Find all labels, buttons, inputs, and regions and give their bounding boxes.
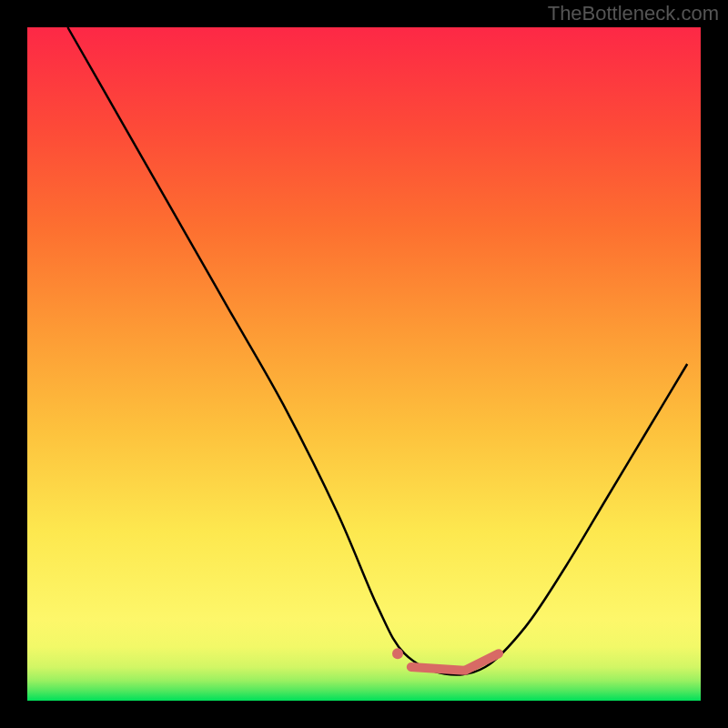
frame-left xyxy=(0,0,27,728)
watermark-text: TheBottleneck.com xyxy=(548,2,719,25)
plot-background xyxy=(27,27,701,701)
bottleneck-chart xyxy=(0,0,728,728)
optimal-marker-dot xyxy=(392,648,403,659)
chart-container: TheBottleneck.com xyxy=(0,0,728,728)
frame-right xyxy=(701,0,728,728)
frame-bottom xyxy=(0,701,728,728)
